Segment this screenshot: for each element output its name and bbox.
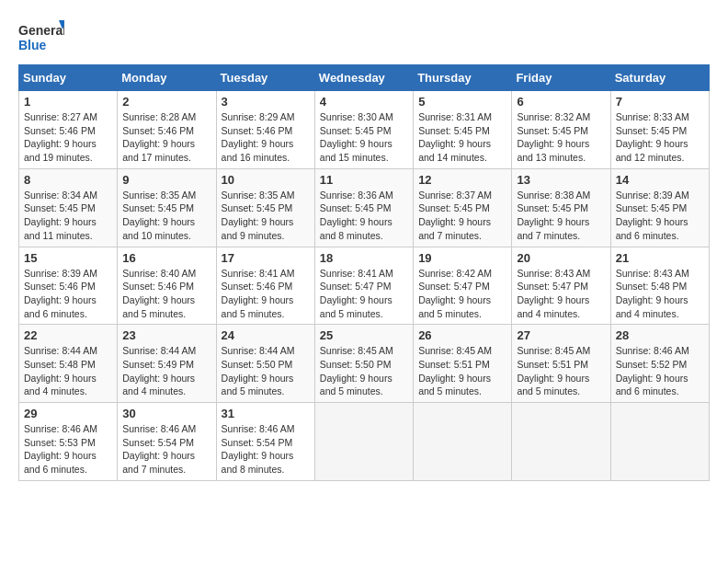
weekday-header: Friday [512, 65, 610, 91]
day-info: Sunrise: 8:28 AMSunset: 5:46 PMDaylight:… [122, 110, 210, 165]
calendar-week-row: 15Sunrise: 8:39 AMSunset: 5:46 PMDayligh… [19, 247, 710, 325]
day-info: Sunrise: 8:45 AMSunset: 5:51 PMDaylight:… [517, 344, 605, 398]
sunrise-text: Sunrise: 8:29 AM [222, 111, 295, 122]
sunset-text: Sunset: 5:54 PM [222, 437, 293, 448]
sunset-text: Sunset: 5:45 PM [616, 202, 688, 213]
day-number: 6 [517, 95, 605, 109]
sunset-text: Sunset: 5:45 PM [320, 202, 392, 213]
day-number: 14 [616, 173, 704, 187]
daylight-text: Daylight: 9 hours and 19 minutes. [24, 138, 97, 163]
calendar-day-cell: 20Sunrise: 8:43 AMSunset: 5:47 PMDayligh… [512, 247, 610, 325]
logo: General Blue [18, 18, 64, 55]
sunrise-text: Sunrise: 8:46 AM [24, 423, 97, 434]
daylight-text: Daylight: 9 hours and 5 minutes. [122, 294, 195, 319]
sunset-text: Sunset: 5:46 PM [24, 281, 96, 292]
daylight-text: Daylight: 9 hours and 4 minutes. [517, 294, 589, 319]
daylight-text: Daylight: 9 hours and 5 minutes. [517, 373, 589, 397]
day-info: Sunrise: 8:41 AMSunset: 5:46 PMDaylight:… [222, 267, 310, 321]
day-info: Sunrise: 8:33 AMSunset: 5:45 PMDaylight:… [616, 110, 704, 165]
calendar-week-row: 8Sunrise: 8:34 AMSunset: 5:45 PMDaylight… [19, 168, 710, 247]
day-number: 8 [24, 173, 112, 187]
day-info: Sunrise: 8:46 AMSunset: 5:52 PMDaylight:… [616, 344, 704, 398]
daylight-text: Daylight: 9 hours and 14 minutes. [418, 138, 491, 163]
sunrise-text: Sunrise: 8:31 AM [418, 111, 492, 122]
sunset-text: Sunset: 5:50 PM [320, 359, 392, 370]
sunrise-text: Sunrise: 8:38 AM [517, 190, 590, 201]
daylight-text: Daylight: 9 hours and 16 minutes. [222, 138, 294, 163]
sunset-text: Sunset: 5:45 PM [320, 125, 392, 136]
calendar-day-cell: 23Sunrise: 8:44 AMSunset: 5:49 PMDayligh… [118, 325, 216, 403]
day-number: 26 [418, 328, 506, 342]
weekday-header-row: SundayMondayTuesdayWednesdayThursdayFrid… [19, 65, 710, 91]
sunset-text: Sunset: 5:48 PM [24, 359, 96, 370]
day-info: Sunrise: 8:31 AMSunset: 5:45 PMDaylight:… [418, 110, 506, 165]
daylight-text: Daylight: 9 hours and 5 minutes. [222, 373, 294, 397]
calendar-day-cell: 7Sunrise: 8:33 AMSunset: 5:45 PMDaylight… [610, 91, 709, 169]
daylight-text: Daylight: 9 hours and 5 minutes. [320, 373, 392, 397]
day-number: 1 [24, 95, 112, 109]
day-info: Sunrise: 8:40 AMSunset: 5:46 PMDaylight:… [122, 267, 210, 321]
daylight-text: Daylight: 9 hours and 6 minutes. [24, 294, 97, 319]
svg-text:General: General [18, 23, 64, 38]
sunset-text: Sunset: 5:47 PM [418, 281, 490, 292]
daylight-text: Daylight: 9 hours and 4 minutes. [24, 373, 97, 397]
sunset-text: Sunset: 5:51 PM [517, 359, 588, 370]
sunset-text: Sunset: 5:46 PM [222, 125, 293, 136]
calendar-day-cell: 3Sunrise: 8:29 AMSunset: 5:46 PMDaylight… [216, 91, 314, 169]
sunrise-text: Sunrise: 8:27 AM [24, 111, 97, 122]
sunset-text: Sunset: 5:52 PM [616, 359, 688, 370]
daylight-text: Daylight: 9 hours and 15 minutes. [320, 138, 392, 163]
sunset-text: Sunset: 5:49 PM [122, 359, 194, 370]
daylight-text: Daylight: 9 hours and 6 minutes. [616, 373, 688, 397]
sunset-text: Sunset: 5:53 PM [24, 437, 96, 448]
day-info: Sunrise: 8:34 AMSunset: 5:45 PMDaylight:… [24, 189, 112, 243]
svg-text:Blue: Blue [18, 38, 47, 52]
sunrise-text: Sunrise: 8:28 AM [122, 111, 196, 122]
calendar-day-cell: 9Sunrise: 8:35 AMSunset: 5:45 PMDaylight… [118, 168, 216, 247]
sunset-text: Sunset: 5:45 PM [616, 125, 688, 136]
weekday-header: Wednesday [314, 65, 413, 91]
daylight-text: Daylight: 9 hours and 5 minutes. [320, 294, 392, 319]
sunrise-text: Sunrise: 8:39 AM [24, 268, 97, 279]
calendar-day-cell: 19Sunrise: 8:42 AMSunset: 5:47 PMDayligh… [414, 247, 512, 325]
day-info: Sunrise: 8:38 AMSunset: 5:45 PMDaylight:… [517, 189, 605, 243]
sunset-text: Sunset: 5:45 PM [418, 125, 490, 136]
day-info: Sunrise: 8:44 AMSunset: 5:48 PMDaylight:… [24, 344, 112, 398]
calendar-day-cell: 11Sunrise: 8:36 AMSunset: 5:45 PMDayligh… [314, 168, 413, 247]
day-number: 16 [122, 251, 210, 265]
calendar-day-cell: 16Sunrise: 8:40 AMSunset: 5:46 PMDayligh… [118, 247, 216, 325]
day-number: 29 [24, 407, 112, 420]
day-number: 12 [418, 173, 506, 187]
calendar-day-cell [314, 403, 413, 481]
day-info: Sunrise: 8:32 AMSunset: 5:45 PMDaylight:… [517, 110, 605, 165]
calendar-day-cell: 14Sunrise: 8:39 AMSunset: 5:45 PMDayligh… [610, 168, 709, 247]
day-number: 24 [222, 328, 310, 342]
day-number: 13 [517, 173, 605, 187]
sunrise-text: Sunrise: 8:33 AM [616, 111, 689, 122]
calendar-day-cell: 25Sunrise: 8:45 AMSunset: 5:50 PMDayligh… [314, 325, 413, 403]
sunrise-text: Sunrise: 8:45 AM [517, 345, 590, 356]
page-header: General Blue [18, 18, 710, 55]
day-number: 4 [320, 95, 408, 109]
daylight-text: Daylight: 9 hours and 7 minutes. [418, 216, 491, 241]
day-number: 17 [222, 251, 310, 265]
daylight-text: Daylight: 9 hours and 12 minutes. [616, 138, 688, 163]
calendar-day-cell: 31Sunrise: 8:46 AMSunset: 5:54 PMDayligh… [216, 403, 314, 481]
day-info: Sunrise: 8:45 AMSunset: 5:50 PMDaylight:… [320, 344, 408, 398]
sunrise-text: Sunrise: 8:45 AM [418, 345, 492, 356]
sunset-text: Sunset: 5:54 PM [122, 437, 194, 448]
sunset-text: Sunset: 5:46 PM [24, 125, 96, 136]
sunrise-text: Sunrise: 8:42 AM [418, 268, 492, 279]
daylight-text: Daylight: 9 hours and 5 minutes. [418, 373, 491, 397]
weekday-header: Tuesday [216, 65, 314, 91]
daylight-text: Daylight: 9 hours and 13 minutes. [517, 138, 589, 163]
day-number: 11 [320, 173, 408, 187]
sunset-text: Sunset: 5:45 PM [517, 202, 588, 213]
calendar-week-row: 1Sunrise: 8:27 AMSunset: 5:46 PMDaylight… [19, 91, 710, 169]
weekday-header: Sunday [19, 65, 118, 91]
calendar-day-cell: 18Sunrise: 8:41 AMSunset: 5:47 PMDayligh… [314, 247, 413, 325]
calendar-day-cell: 29Sunrise: 8:46 AMSunset: 5:53 PMDayligh… [19, 403, 118, 481]
day-info: Sunrise: 8:36 AMSunset: 5:45 PMDaylight:… [320, 189, 408, 243]
day-info: Sunrise: 8:44 AMSunset: 5:50 PMDaylight:… [222, 344, 310, 398]
sunrise-text: Sunrise: 8:44 AM [122, 345, 196, 356]
